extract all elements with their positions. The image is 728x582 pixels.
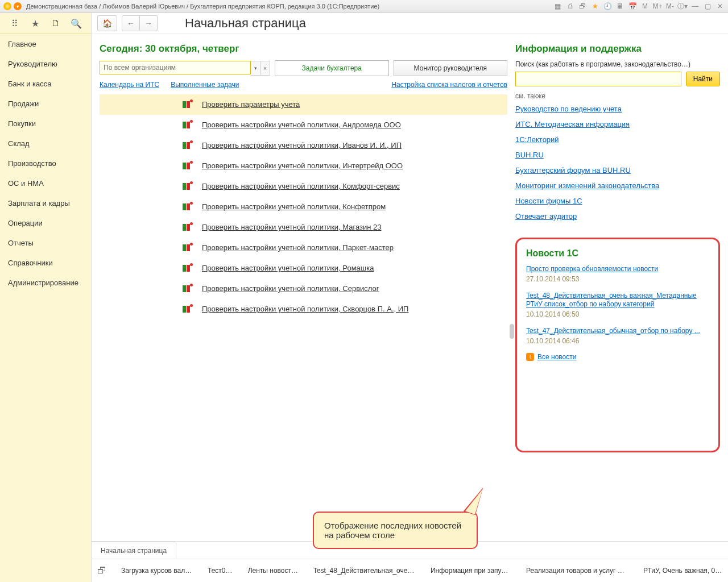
find-button[interactable]: Найти [686,72,720,86]
tb-ico-1[interactable]: ▦ [553,2,562,11]
task-link[interactable]: Проверить настройки учетной политики, Се… [202,284,379,293]
m-button[interactable]: M [640,2,650,11]
maximize-button[interactable]: ▢ [703,2,712,11]
home-button[interactable]: 🏠 [97,15,117,31]
support-link-1[interactable]: ИТС. Методическая информация [515,120,720,128]
status-item[interactable]: Реализация товаров и услуг РО00-000009 о… [526,567,628,575]
sidebar-item-0[interactable]: Главное [0,34,91,54]
status-item[interactable]: Тест002 [208,567,233,575]
star-icon[interactable]: ★ [30,18,41,29]
support-link-0[interactable]: Руководство по ведению учета [515,105,720,113]
org-filter-input[interactable] [100,61,251,74]
search-icon[interactable]: 🔍 [71,18,82,29]
task-link[interactable]: Проверить параметры учета [202,100,300,109]
status-item[interactable]: Информация при запуске [431,567,511,575]
task-status-icon [183,284,192,293]
status-item[interactable]: РТиУ, Очень важная, 003 [643,567,722,575]
sidebar-item-12[interactable]: Администрирование [0,273,91,293]
task-link[interactable]: Проверить настройки учетной политики, Ко… [202,182,400,190]
history-icon[interactable]: 🕘 [603,2,612,11]
app-icon [3,2,11,10]
task-status-icon [183,120,192,130]
link-completed-tasks[interactable]: Выполненные задачи [171,81,239,89]
sidebar-item-9[interactable]: Операции [0,213,91,233]
org-clear-button[interactable]: × [260,61,270,76]
tab-manager-monitor[interactable]: Монитор руководителя [394,60,508,76]
task-link[interactable]: Проверить настройки учетной политики, Ив… [202,141,402,149]
sidebar-item-7[interactable]: ОС и НМА [0,173,91,193]
status-icon[interactable]: 🗗 [97,566,106,576]
task-status-icon [183,223,192,232]
task-link[interactable]: Проверить настройки учетной политики, Ма… [202,223,382,231]
nav-back-button[interactable]: ← [122,15,140,31]
close-button[interactable]: ✕ [715,2,725,11]
news-header: Новости 1С [526,248,709,259]
sidebar-item-11[interactable]: Справочники [0,253,91,273]
calendar-icon[interactable]: 📅 [628,2,637,11]
task-row: Проверить настройки учетной политики, Ан… [100,115,507,135]
today-header: Сегодня: 30 октября, четверг [100,43,507,55]
support-link-4[interactable]: Бухгалтерский форум на BUH.RU [515,166,720,174]
support-link-7[interactable]: Отвечает аудитор [515,212,720,221]
window-title: Демонстрационная база / Любимов Валерий … [26,3,553,10]
task-link[interactable]: Проверить настройки учетной политики, Па… [202,243,394,252]
bottom-tab-start-page[interactable]: Начальная страница [92,542,176,559]
task-row: Проверить настройки учетной политики, Ко… [100,197,507,217]
tb-ico-2[interactable]: ⎙ [565,2,574,11]
link-tax-report-settings[interactable]: Настройка списка налогов и отчетов [391,81,507,89]
task-status-icon [183,182,192,191]
sidebar-item-6[interactable]: Производство [0,153,91,173]
calculator-icon[interactable]: 🖩 [615,2,624,11]
news-date: 10.10.2014 06:46 [526,337,709,345]
all-news-link[interactable]: Все новости [537,353,576,361]
task-link[interactable]: Проверить настройки учетной политики, Ин… [202,161,403,170]
task-row: Проверить настройки учетной политики, Ма… [100,217,507,238]
org-dropdown-button[interactable]: ▾ [251,61,260,76]
task-link[interactable]: Проверить настройки учетной политики, Ро… [202,264,374,272]
tb-ico-3[interactable]: 🗗 [578,2,587,11]
sidebar-item-3[interactable]: Продажи [0,94,91,114]
status-item[interactable]: Загрузка курсов валют [121,567,193,575]
rss-icon: ⌇ [526,353,534,361]
support-link-6[interactable]: Новости фирмы 1С [515,197,720,205]
news-item: Просто проверка обновляемости новости27.… [526,264,709,283]
sidebar-item-10[interactable]: Отчеты [0,233,91,253]
app-menu-dropdown[interactable]: ▾ [14,2,22,10]
menu-grid-icon[interactable]: ⠿ [9,18,20,29]
clipboard-icon[interactable]: 🗋 [50,18,61,29]
news-link[interactable]: Test_48_Действительная_очень важная_Мета… [526,292,697,308]
search-label: Поиск (как работать в программе, законод… [515,60,720,68]
support-link-2[interactable]: 1С:Лекторий [515,135,720,144]
news-link[interactable]: Просто проверка обновляемости новости [526,265,658,273]
status-item[interactable]: Ленты новостей [248,567,299,575]
tab-accountant-tasks[interactable]: Задачи бухгалтера [275,60,389,76]
favorite-icon[interactable]: ★ [590,2,599,11]
sidebar-item-1[interactable]: Руководителю [0,54,91,74]
task-link[interactable]: Проверить настройки учетной политики, Ан… [202,120,401,129]
info-icon[interactable]: ⓘ▾ [678,2,687,11]
sidebar-item-5[interactable]: Склад [0,134,91,153]
mplus-button[interactable]: M+ [653,2,662,11]
task-status-icon [183,141,192,150]
task-row: Проверить параметры учета [100,94,507,115]
task-link[interactable]: Проверить настройки учетной политики, Ск… [202,305,408,313]
scrollbar-thumb[interactable] [510,324,514,339]
news-item: Test_48_Действительная_очень важная_Мета… [526,291,709,318]
news-link[interactable]: Test_47_Действительная_обычная_отбор по … [526,327,700,335]
news-date: 10.10.2014 06:50 [526,310,709,318]
sidebar-item-2[interactable]: Банк и касса [0,74,91,94]
sidebar-item-8[interactable]: Зарплата и кадры [0,193,91,213]
support-link-3[interactable]: BUH.RU [515,151,720,159]
link-calendar-its[interactable]: Календарь на ИТС [100,81,159,89]
minimize-button[interactable]: — [690,2,700,11]
nav-forward-button[interactable]: → [140,15,158,31]
sidebar-item-4[interactable]: Покупки [0,114,91,134]
task-link[interactable]: Проверить настройки учетной политики, Ко… [202,202,386,211]
mminus-button[interactable]: M- [665,2,675,11]
support-search-input[interactable] [515,72,681,86]
news-panel: Новости 1С Просто проверка обновляемости… [515,238,720,452]
task-row: Проверить настройки учетной политики, Ко… [100,176,507,197]
support-header: Информация и поддержка [515,43,720,55]
status-item[interactable]: Test_48_Действительная_очень важная_Мета… [313,567,416,575]
support-link-5[interactable]: Мониторинг изменений законодательства [515,181,720,190]
